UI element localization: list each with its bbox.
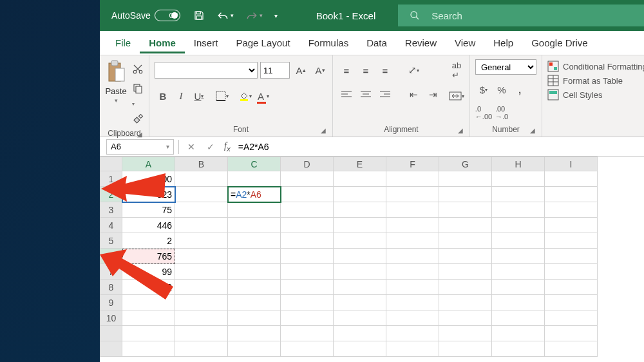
svg-rect-0: [196, 12, 200, 14]
tab-view[interactable]: View: [446, 32, 484, 53]
customize-qat-icon[interactable]: ▾: [274, 12, 278, 19]
number-format-select[interactable]: General: [475, 59, 536, 75]
tab-google-drive[interactable]: Google Drive: [522, 32, 597, 53]
cancel-formula-icon[interactable]: ✕: [182, 142, 201, 152]
font-color-button[interactable]: A▾: [255, 88, 272, 104]
border-button[interactable]: ▾: [214, 88, 231, 104]
copy-icon[interactable]: ▾: [132, 82, 144, 108]
increase-decimal-icon[interactable]: .0←.00: [475, 104, 492, 121]
cell-A1[interactable]: 100: [122, 171, 175, 187]
tab-insert[interactable]: Insert: [185, 32, 227, 53]
search-box[interactable]: Search: [398, 5, 644, 26]
document-title: Book1 - Excel: [316, 10, 376, 21]
col-header-B[interactable]: B: [175, 157, 228, 171]
svg-rect-4: [111, 61, 118, 66]
tab-formulas[interactable]: Formulas: [299, 32, 358, 53]
cell-A2[interactable]: 323: [122, 187, 175, 202]
cell-A6[interactable]: 765: [122, 249, 175, 264]
redo-button[interactable]: ▾: [245, 10, 263, 21]
tab-home[interactable]: Home: [140, 32, 185, 53]
align-left-icon[interactable]: [338, 86, 355, 103]
cell-A5[interactable]: 2: [122, 233, 175, 249]
tab-help[interactable]: Help: [484, 32, 522, 53]
col-header-D[interactable]: D: [281, 157, 334, 171]
decrease-font-icon[interactable]: A▾: [312, 62, 328, 79]
col-header-I[interactable]: I: [545, 157, 598, 171]
row-header-5[interactable]: 5: [100, 233, 122, 249]
autosave-toggle[interactable]: AutoSave Off: [111, 10, 180, 21]
font-dialog-icon[interactable]: ◢: [321, 127, 326, 134]
search-placeholder: Search: [431, 10, 462, 21]
wrap-text-button[interactable]: ab↵: [449, 62, 464, 79]
ribbon-tabs: File Home Insert Page Layout Formulas Da…: [100, 31, 644, 55]
col-header-E[interactable]: E: [334, 157, 386, 171]
align-center-icon[interactable]: [357, 86, 374, 103]
comma-format-button[interactable]: ,: [511, 81, 528, 98]
row-header-10[interactable]: 10: [100, 310, 122, 326]
alignment-dialog-icon[interactable]: ◢: [458, 127, 463, 134]
underline-button[interactable]: U▾: [191, 88, 207, 104]
cut-icon[interactable]: [132, 63, 144, 77]
font-family-select[interactable]: [155, 62, 258, 79]
tab-data[interactable]: Data: [357, 32, 396, 53]
bold-button[interactable]: B: [155, 88, 171, 104]
row-header-4[interactable]: 4: [100, 218, 122, 233]
increase-indent-icon[interactable]: ⇥: [424, 86, 441, 103]
row-header-6[interactable]: 6: [100, 249, 122, 264]
cell-C2-editing[interactable]: =A2*A6: [228, 187, 281, 202]
number-dialog-icon[interactable]: ◢: [530, 127, 535, 134]
col-header-H[interactable]: H: [492, 157, 545, 171]
format-as-table-button[interactable]: Format as Table: [547, 75, 644, 86]
orientation-icon[interactable]: ⤢▾: [405, 62, 422, 79]
cell-A4[interactable]: 446: [122, 218, 175, 233]
row-header-9[interactable]: 9: [100, 295, 122, 310]
save-icon[interactable]: [193, 10, 205, 21]
align-right-icon[interactable]: [377, 86, 393, 103]
col-header-F[interactable]: F: [386, 157, 439, 171]
name-box[interactable]: A6▾: [106, 139, 174, 155]
italic-button[interactable]: I: [173, 88, 189, 104]
cell-A3[interactable]: 75: [122, 202, 175, 218]
accounting-format-button[interactable]: $▾: [475, 81, 492, 98]
row-header-8[interactable]: 8: [100, 280, 122, 295]
percent-format-button[interactable]: %: [493, 81, 510, 98]
insert-function-icon[interactable]: fx: [224, 141, 231, 153]
excel-window: AutoSave Off ▾ ▾ ▾ Book1 - Excel Search …: [100, 0, 644, 362]
tab-page-layout[interactable]: Page Layout: [227, 32, 299, 53]
align-middle-icon[interactable]: ≡: [357, 62, 374, 79]
font-size-select[interactable]: [260, 62, 290, 79]
paste-button[interactable]: Paste ▾: [105, 59, 127, 104]
format-painter-icon[interactable]: [132, 113, 144, 128]
row-header-1[interactable]: 1: [100, 171, 122, 187]
cell-A8[interactable]: 12: [122, 280, 175, 295]
align-bottom-icon[interactable]: ≡: [377, 62, 393, 79]
tab-review[interactable]: Review: [396, 32, 446, 53]
formula-input[interactable]: [234, 142, 644, 152]
col-header-C[interactable]: C: [228, 157, 281, 171]
row-header-3[interactable]: 3: [100, 202, 122, 218]
row-header-7[interactable]: 7: [100, 264, 122, 280]
enter-formula-icon[interactable]: ✓: [201, 142, 220, 152]
select-all-corner[interactable]: [100, 157, 122, 171]
row-header-2[interactable]: 2: [100, 187, 122, 202]
ribbon: Paste ▾ ▾ Clipboard◢ A▴ A▾: [100, 55, 644, 137]
svg-rect-9: [136, 86, 142, 93]
autosave-label: AutoSave: [111, 10, 151, 21]
col-header-A[interactable]: A: [122, 157, 175, 171]
cell-styles-button[interactable]: Cell Styles: [547, 89, 644, 100]
spreadsheet-grid[interactable]: A B C D E F G H I 1100 2323 =A2*A6 375 4…: [100, 157, 644, 362]
increase-font-icon[interactable]: A▴: [292, 62, 309, 79]
merge-center-button[interactable]: ▾: [449, 88, 464, 104]
undo-button[interactable]: ▾: [216, 10, 234, 21]
align-top-icon[interactable]: ≡: [338, 62, 355, 79]
decrease-decimal-icon[interactable]: .00→.0: [493, 104, 510, 121]
formula-bar: A6▾ ✕ ✓ fx: [100, 137, 644, 157]
tab-file[interactable]: File: [106, 32, 140, 53]
decrease-indent-icon[interactable]: ⇤: [405, 86, 422, 103]
search-icon: [410, 10, 420, 21]
fill-color-button[interactable]: ▾: [237, 88, 254, 104]
conditional-formatting-button[interactable]: Conditional Formatting: [547, 61, 644, 72]
cell-A7[interactable]: 99: [122, 264, 175, 280]
col-header-G[interactable]: G: [439, 157, 492, 171]
clipboard-dialog-icon[interactable]: ◢: [137, 131, 142, 138]
